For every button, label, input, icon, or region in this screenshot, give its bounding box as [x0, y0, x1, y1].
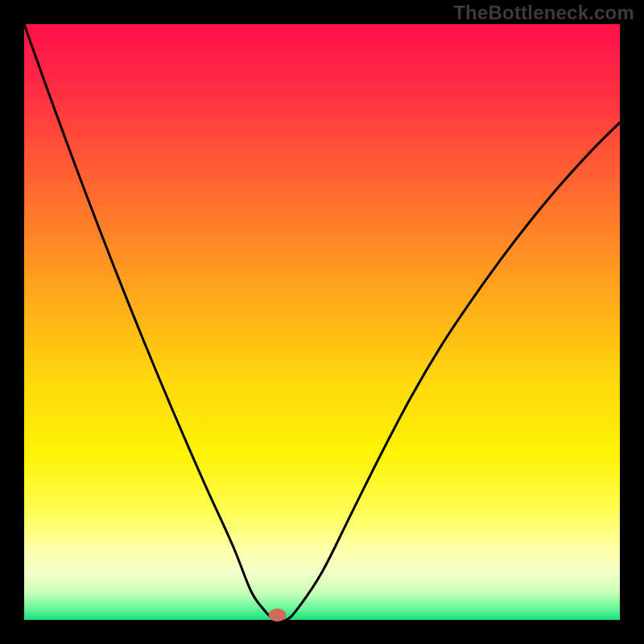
optimal-point-marker: [269, 609, 287, 621]
bottleneck-chart: [0, 0, 644, 644]
chart-frame: TheBottleneck.com: [0, 0, 644, 644]
watermark-text: TheBottleneck.com: [453, 2, 634, 24]
plot-background: [24, 24, 620, 620]
